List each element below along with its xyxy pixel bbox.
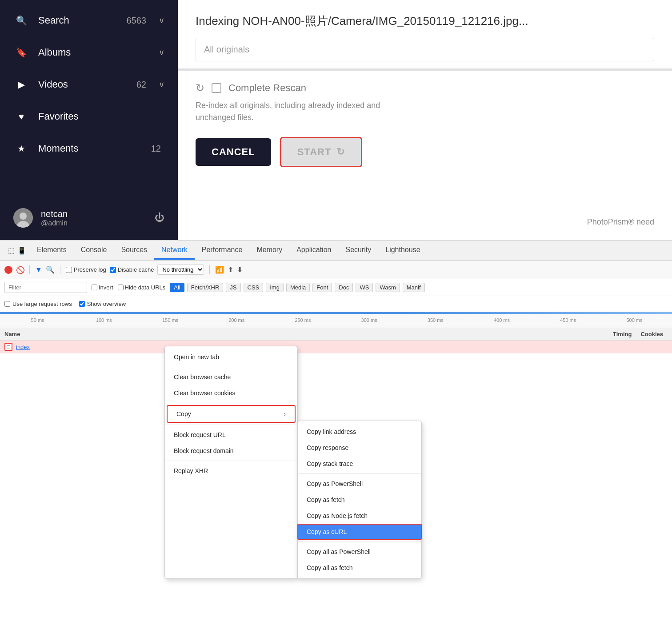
tick-50ms: 50 ms (4, 317, 71, 323)
show-overview-check[interactable]: Show overview (79, 301, 126, 307)
device-icon[interactable]: 📱 (17, 246, 26, 255)
sidebar-item-label: Favorites (38, 111, 164, 122)
filter-tag-manif[interactable]: Manif (403, 283, 425, 292)
submenu-copy-fetch[interactable]: Copy as fetch (298, 492, 421, 508)
timeline-progress (0, 312, 672, 314)
filter-tags: All Fetch/XHR JS CSS Img Media Font Doc … (170, 283, 424, 292)
preserve-log-label[interactable]: Preserve log (66, 266, 106, 273)
menu-block-url[interactable]: Block request URL (165, 427, 297, 443)
preserve-log-checkbox[interactable] (66, 267, 72, 273)
originals-dropdown[interactable]: All originals (196, 38, 654, 61)
download-icon[interactable]: ⬇ (237, 265, 243, 274)
filter-tag-doc[interactable]: Doc (335, 283, 353, 292)
filter-tag-media[interactable]: Media (286, 283, 310, 292)
rescan-description: Re-index all originals, including alread… (196, 100, 418, 124)
chevron-down-icon: ∨ (159, 16, 164, 25)
throttle-select[interactable]: No throttling (157, 265, 204, 275)
submenu-copy-response[interactable]: Copy response (298, 440, 421, 456)
tick-500ms: 500 ms (601, 317, 668, 323)
disable-cache-checkbox[interactable] (110, 267, 116, 273)
tab-security[interactable]: Security (338, 241, 378, 260)
sidebar-item-label: Videos (38, 79, 128, 90)
submenu-copy-all-powershell[interactable]: Copy all as PowerShell (298, 544, 421, 560)
sidebar-item-moments[interactable]: ★ Moments 12 (0, 132, 178, 165)
filter-tag-ws[interactable]: WS (356, 283, 373, 292)
menu-replay-xhr[interactable]: Replay XHR (165, 463, 297, 479)
context-menu-container: Open in new tab Clear browser cache Clea… (164, 346, 422, 579)
submenu-copy-nodejs[interactable]: Copy as Node.js fetch (298, 508, 421, 524)
menu-copy[interactable]: Copy › (167, 405, 296, 423)
row-icon: □ (4, 343, 12, 351)
indexing-title: Indexing NOH-AN00-照片/Camera/IMG_20150119… (196, 13, 654, 29)
avatar (13, 208, 33, 228)
hide-data-urls-check[interactable]: Hide data URLs (118, 284, 166, 291)
tab-performance[interactable]: Performance (195, 241, 250, 260)
menu-clear-cookies[interactable]: Clear browser cookies (165, 385, 297, 401)
sidebar-item-count: 62 (136, 80, 146, 90)
power-icon[interactable]: ⏻ (155, 212, 164, 224)
submenu-copy-link[interactable]: Copy link address (298, 424, 421, 440)
rescan-checkbox[interactable] (212, 83, 221, 93)
tab-sources[interactable]: Sources (114, 241, 154, 260)
invert-label: Invert (99, 284, 113, 291)
menu-open-new-tab[interactable]: Open in new tab (165, 349, 297, 365)
sidebar-item-videos[interactable]: ▶ Videos 62 ∨ (0, 68, 178, 100)
tab-memory[interactable]: Memory (249, 241, 289, 260)
disable-cache-label[interactable]: Disable cache (110, 266, 154, 273)
large-rows-check[interactable]: Use large request rows (4, 301, 72, 307)
tick-200ms: 200 ms (204, 317, 270, 323)
menu-separator-2 (165, 403, 297, 403)
filter-input[interactable] (4, 282, 87, 293)
sidebar-item-favorites[interactable]: ♥ Favorites (0, 100, 178, 132)
preserve-log-text: Preserve log (74, 266, 106, 273)
user-profile: netcan @admin ⏻ (0, 200, 178, 236)
tick-150ms: 150 ms (137, 317, 203, 323)
menu-block-domain[interactable]: Block request domain (165, 443, 297, 459)
start-button[interactable]: START ↻ (280, 137, 363, 167)
tab-lighthouse[interactable]: Lighthouse (378, 241, 427, 260)
submenu-copy-powershell[interactable]: Copy as PowerShell (298, 476, 421, 492)
wifi-icon[interactable]: 📶 (215, 265, 224, 274)
submenu-copy-stack[interactable]: Copy stack trace (298, 456, 421, 472)
filter-tag-xhr[interactable]: Fetch/XHR (187, 283, 224, 292)
sidebar-item-search[interactable]: 🔍 Search 6563 ∨ (0, 4, 178, 36)
tab-application[interactable]: Application (289, 241, 338, 260)
filter-tag-font[interactable]: Font (312, 283, 332, 292)
tab-network[interactable]: Network (154, 241, 195, 260)
filter-icon[interactable]: ▼ (35, 266, 42, 274)
sidebar-item-count: 6563 (127, 16, 147, 26)
heart-icon: ♥ (13, 108, 29, 124)
photoprism-note: PhotoPrism® need (196, 217, 654, 227)
rescan-row: ↻ Complete Rescan (196, 82, 654, 94)
hide-data-urls-label: Hide data URLs (125, 284, 166, 291)
filter-tag-wasm[interactable]: Wasm (376, 283, 400, 292)
filter-tag-all[interactable]: All (170, 283, 184, 292)
upload-icon[interactable]: ⬆ (228, 265, 233, 274)
search-icon: 🔍 (13, 12, 29, 28)
filter-tag-js[interactable]: JS (226, 283, 240, 292)
invert-check[interactable]: Invert (92, 284, 113, 291)
clear-button[interactable]: 🚫 (16, 266, 24, 274)
sidebar-item-albums[interactable]: 🔖 Albums ∨ (0, 36, 178, 68)
record-button[interactable] (4, 266, 12, 274)
filter-tag-img[interactable]: Img (266, 283, 284, 292)
tick-350ms: 350 ms (402, 317, 468, 323)
chevron-down-icon: ∨ (159, 80, 164, 89)
filter-tag-css[interactable]: CSS (244, 283, 264, 292)
cancel-button[interactable]: CANCEL (196, 138, 271, 166)
tick-250ms: 250 ms (270, 317, 336, 323)
row-name[interactable]: index (16, 344, 30, 350)
submenu-copy-curl[interactable]: Copy as cURL (297, 524, 422, 540)
submenu-copy-all-fetch[interactable]: Copy all as fetch (298, 560, 421, 576)
submenu-arrow: › (284, 410, 286, 417)
menu-clear-cache[interactable]: Clear browser cache (165, 369, 297, 385)
svg-point-1 (20, 213, 27, 220)
timeline-bar: 50 ms 100 ms 150 ms 200 ms 250 ms 300 ms… (4, 312, 668, 328)
search-icon[interactable]: 🔍 (46, 265, 55, 274)
header-timing: Timing (613, 331, 640, 337)
tab-console[interactable]: Console (74, 241, 114, 260)
tick-100ms: 100 ms (71, 317, 137, 323)
tab-elements[interactable]: Elements (30, 241, 74, 260)
inspect-icon[interactable]: ⬚ (8, 246, 15, 255)
tick-400ms: 400 ms (468, 317, 535, 323)
